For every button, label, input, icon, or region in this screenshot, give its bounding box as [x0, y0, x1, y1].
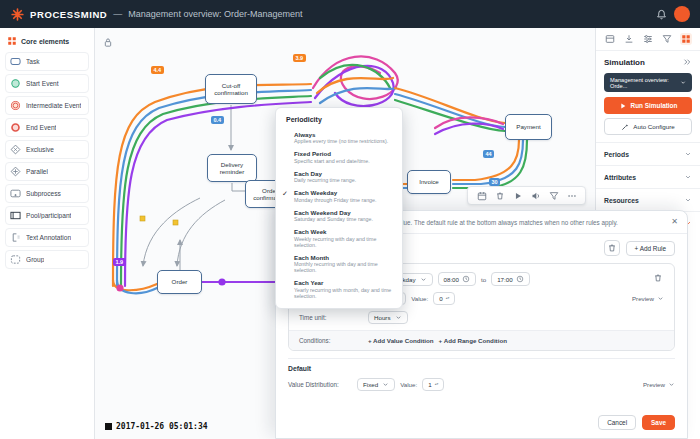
section-attributes[interactable]: Attributes	[596, 165, 700, 188]
default-title: Default	[288, 365, 675, 372]
top-bar: PROCESSMIND — Management overview: Order…	[0, 0, 700, 28]
group-icon	[10, 254, 21, 265]
preview-button[interactable]: Preview	[632, 295, 664, 302]
panel-footer: Cancel Save	[276, 410, 687, 438]
auto-configure-button[interactable]: Auto Configure	[604, 118, 692, 135]
chevrons-right-icon[interactable]	[682, 57, 692, 67]
intermediate-event-icon	[10, 100, 21, 111]
conditions-row: Conditions: + Add Value Condition + Add …	[289, 330, 674, 350]
stepper-icon[interactable]: ▴▾	[446, 297, 450, 301]
chevron-down-icon	[680, 79, 686, 86]
palette-item-start-event[interactable]: Start Event	[5, 74, 89, 93]
clock-icon	[462, 275, 470, 283]
panels-icon[interactable]	[604, 33, 616, 45]
chevron-down-icon	[395, 314, 402, 321]
option-each-weekday[interactable]: ✓ Each Weekday Monday through Friday tim…	[276, 187, 402, 207]
start-event-icon	[10, 78, 21, 89]
add-value-condition-button[interactable]: + Add Value Condition	[368, 337, 434, 344]
node-payment[interactable]: Payment	[505, 114, 552, 140]
lock-icon[interactable]	[103, 34, 113, 52]
cancel-button[interactable]: Cancel	[598, 415, 636, 430]
replay-timestamp: 2017-01-26 05:01:34	[105, 422, 208, 431]
sliders-icon[interactable]	[642, 33, 654, 45]
option-each-day[interactable]: Each Day Daily recurring time range.	[276, 167, 402, 187]
add-rule-button[interactable]: + Add Rule	[626, 241, 675, 256]
palette-item-exclusive[interactable]: Exclusive	[5, 140, 89, 159]
chevron-down-icon	[657, 295, 664, 302]
edge-label: 0.4	[211, 116, 224, 124]
add-range-condition-button[interactable]: + Add Range Condition	[439, 337, 507, 344]
page-title: Management overview: Order-Management	[128, 9, 302, 19]
chevron-down-icon	[684, 150, 692, 158]
notifications-bell-icon[interactable]	[654, 7, 668, 21]
palette-item-group[interactable]: Group	[5, 250, 89, 269]
to-label: to	[481, 276, 486, 283]
brand-name: PROCESSMIND	[30, 9, 107, 20]
time-unit-row: Time unit: Hours	[299, 311, 664, 324]
play-icon	[619, 102, 627, 110]
ellipsis-icon[interactable]	[566, 190, 577, 201]
grid-icon	[7, 36, 17, 46]
option-each-weekend-day[interactable]: Each Weekend Day Saturday and Sunday tim…	[276, 206, 402, 226]
delete-rule-button[interactable]	[604, 240, 620, 256]
stop-icon[interactable]	[105, 423, 112, 430]
option-each-year[interactable]: Each Year Yearly recurring with month, d…	[276, 277, 402, 303]
filter-icon[interactable]	[548, 190, 559, 201]
node-invoice[interactable]: Invoice	[407, 170, 451, 194]
text-annotation-icon	[10, 232, 21, 243]
section-resources[interactable]: Resources	[596, 188, 700, 211]
exclusive-gateway-icon	[10, 144, 21, 155]
node-delivery-reminder[interactable]: Delivery reminder	[207, 154, 257, 182]
user-avatar[interactable]	[674, 6, 690, 22]
palette-header[interactable]: Core elements	[5, 34, 89, 52]
event-dot	[116, 284, 123, 291]
brand-logo-icon	[10, 7, 24, 21]
close-icon[interactable]: ✕	[671, 217, 678, 226]
time-to-input[interactable]: 17:00	[491, 272, 529, 286]
volume-icon[interactable]	[530, 190, 541, 201]
stepper-icon[interactable]: ▴▾	[435, 383, 439, 387]
node-cut-off-confirmation[interactable]: Cut-off confirmation	[205, 74, 257, 104]
chevron-down-icon	[668, 381, 675, 388]
time-unit-select[interactable]: Hours	[368, 311, 408, 324]
delete-this-rule-button[interactable]	[650, 270, 666, 286]
default-value-distribution-select[interactable]: Fixed	[357, 378, 395, 391]
default-value-input[interactable]: 1 ▴▾	[422, 378, 444, 391]
grid-icon[interactable]	[680, 33, 692, 45]
palette-item-parallel[interactable]: Parallel	[5, 162, 89, 181]
play-icon[interactable]	[512, 190, 523, 201]
timer-marker	[173, 220, 178, 225]
option-always[interactable]: Always Applies every time (no time restr…	[276, 128, 402, 148]
chevron-down-icon	[420, 276, 427, 283]
periodicity-dropdown: Periodicity Always Applies every time (n…	[275, 107, 403, 309]
palette-item-pool[interactable]: Pool/participant	[5, 206, 89, 225]
save-button[interactable]: Save	[642, 415, 675, 430]
palette-item-task[interactable]: Task	[5, 52, 89, 71]
sidebar-toolbar	[596, 28, 700, 51]
calendar-icon[interactable]	[476, 190, 487, 201]
palette-item-end-event[interactable]: End Event	[5, 118, 89, 137]
option-each-week[interactable]: Each Week Weekly recurring with day and …	[276, 226, 402, 252]
download-icon[interactable]	[623, 33, 635, 45]
palette-item-subprocess[interactable]: Subprocess	[5, 184, 89, 203]
option-each-month[interactable]: Each Month Monthly recurring with day an…	[276, 251, 402, 277]
palette-item-text-annotation[interactable]: Text Annotation	[5, 228, 89, 247]
default-preview-button[interactable]: Preview	[643, 381, 675, 388]
time-from-input[interactable]: 08:00	[438, 272, 476, 286]
trash-icon[interactable]	[494, 190, 505, 201]
funnel-icon[interactable]	[661, 33, 673, 45]
palette-sidebar: Core elements Task Start Event Intermedi…	[0, 28, 95, 439]
section-periods[interactable]: Periods	[596, 142, 700, 165]
dropdown-title: Periodicity	[276, 113, 402, 128]
simulation-title: Simulation	[604, 58, 645, 67]
default-value-label: Value:	[400, 381, 417, 388]
node-order[interactable]: Order	[157, 270, 202, 294]
model-selector[interactable]: Management overview: Orde...	[604, 73, 692, 92]
chevron-down-icon	[684, 173, 692, 181]
default-value-distribution-row: Value Distribution: Fixed Value: 1 ▴▾ Pr…	[288, 378, 675, 391]
option-fixed-period[interactable]: Fixed Period Specific start and end date…	[276, 148, 402, 168]
palette-item-intermediate-event[interactable]: Intermediate Event	[5, 96, 89, 115]
clock-icon	[516, 275, 524, 283]
run-simulation-button[interactable]: Run Simulation	[604, 97, 692, 114]
value-input[interactable]: 0 ▴▾	[433, 292, 455, 305]
